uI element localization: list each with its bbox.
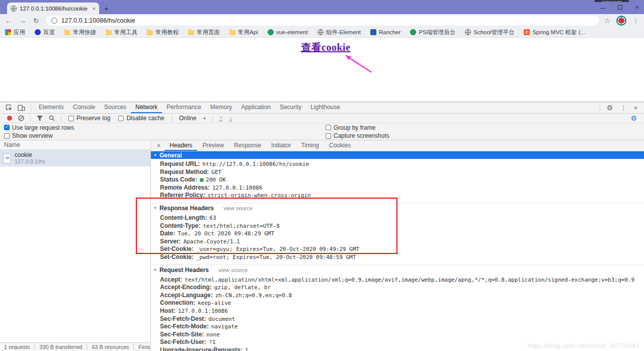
header-value: 63 [209, 215, 216, 221]
devtools-tab-security[interactable]: Security [275, 102, 306, 113]
minimize-button[interactable] [600, 8, 605, 9]
devtools-tab-sources[interactable]: Sources [100, 102, 131, 113]
view-cookie-link[interactable]: 查看cookie [301, 41, 350, 54]
bookmark-item[interactable]: School管理平台 [465, 29, 514, 36]
header-name: Accept: [160, 276, 182, 283]
browser-menu-icon[interactable]: ⋮ [632, 17, 639, 25]
throttling-select[interactable]: Online ▾ [179, 115, 206, 122]
use-large-rows-checkbox[interactable]: Use large request rows [4, 124, 74, 131]
checkbox-unchecked[interactable] [326, 125, 331, 130]
network-conditions-gear-icon[interactable]: ⚙ [630, 115, 637, 122]
filter-icon[interactable] [37, 116, 43, 121]
detail-tab-headers[interactable]: Headers [165, 140, 197, 151]
bookmark-icon [188, 30, 194, 35]
checkbox-unchecked[interactable] [326, 133, 331, 139]
window-close-button[interactable]: × [635, 4, 639, 11]
export-har-icon[interactable]: ↓ [229, 115, 232, 122]
devtools-tab-memory[interactable]: Memory [206, 102, 236, 113]
disable-cache-checkbox[interactable]: Disable cache [118, 115, 164, 122]
header-name: Content-Length: [160, 214, 207, 221]
address-bar[interactable]: 127.0.0.1:10086/hs/cookie [46, 16, 599, 26]
bookmark-item[interactable]: Rancher [370, 29, 400, 35]
group-by-frame-checkbox[interactable]: Group by frame [326, 124, 375, 131]
show-overview-checkbox[interactable]: Show overview [4, 132, 53, 139]
detail-tab-preview[interactable]: Preview [197, 140, 229, 151]
search-icon[interactable] [49, 115, 55, 121]
view-source-link[interactable]: view source [223, 205, 253, 211]
device-toolbar-icon[interactable] [18, 105, 25, 111]
header-value: 127.0.0.1:10086 [178, 308, 228, 314]
view-source-link[interactable]: view source [218, 267, 248, 273]
forward-icon[interactable]: → [19, 17, 26, 24]
new-tab-button[interactable]: + [104, 4, 109, 13]
devtools-tab-network[interactable]: Network [131, 102, 162, 113]
url-text[interactable]: 127.0.0.1:10086/hs/cookie [61, 17, 135, 24]
bookmark-label: 组件-Element [326, 29, 361, 36]
bookmark-star-icon[interactable]: ☆ [604, 17, 610, 25]
request-headers-section-header[interactable]: ▼ Request Headers view source [151, 265, 644, 275]
devtools-tab-lighthouse[interactable]: Lighthouse [306, 102, 345, 113]
header-row: Status Code:200 OK [151, 176, 644, 184]
page-info-icon[interactable] [51, 18, 57, 24]
bookmark-item[interactable]: 常用教程 [147, 29, 179, 36]
devtools-tab-performance[interactable]: Performance [162, 102, 206, 113]
profile-avatar[interactable] [616, 16, 626, 26]
devtools-tab-elements[interactable]: Elements [34, 102, 68, 113]
checkbox-unchecked[interactable] [118, 116, 124, 121]
devtools-tab-application[interactable]: Application [236, 102, 275, 113]
general-section-header[interactable]: ▼ General [151, 151, 644, 159]
back-icon[interactable]: ← [5, 17, 12, 24]
devtools-tabbar-actions: ⚙ ⋮ × [597, 104, 641, 112]
summary-stat: 1 requests [4, 344, 30, 350]
maximize-button[interactable] [618, 5, 622, 10]
header-name: Server: [160, 238, 181, 245]
tab-close-icon[interactable]: × [93, 6, 96, 12]
bookmark-item[interactable]: 常用快捷 [64, 29, 96, 36]
reload-icon[interactable]: ↻ [33, 17, 39, 24]
header-value: ?1 [209, 339, 215, 345]
header-name: Upgrade-Insecure-Requests: [160, 346, 243, 351]
preserve-log-checkbox[interactable]: Preserve log [68, 115, 110, 122]
bookmark-item[interactable]: PS端管理后台 [410, 29, 455, 36]
triangle-down-icon: ▼ [153, 206, 157, 210]
devtools-panel: Elements Console Sources Network Perform… [0, 102, 644, 351]
import-har-icon[interactable]: ↑ [219, 115, 222, 122]
browser-tab[interactable]: 127.0.0.1:10086/hs/cookie × [7, 3, 99, 14]
document-icon-glyph: <> [5, 156, 9, 160]
detail-close-icon[interactable]: × [157, 142, 160, 149]
devtools-menu-icon[interactable]: ⋮ [620, 104, 626, 112]
bookmark-item[interactable]: 常用工具 [106, 29, 137, 36]
devtools-tab-console[interactable]: Console [68, 102, 100, 113]
bookmark-item[interactable]: Spring MVC 框架 (... [524, 29, 585, 36]
bookmark-item[interactable]: 应用 [5, 29, 25, 36]
bookmark-icon [35, 29, 41, 35]
request-row-cookie[interactable]: <> cookie 127.0.0.1/hs [0, 150, 150, 166]
bookmark-item[interactable]: 组件-Element [317, 29, 361, 36]
detail-tab-initiator[interactable]: Initiator [266, 140, 296, 151]
bookmark-item[interactable]: 常用Api [229, 29, 258, 36]
header-row: Set-Cookie:_pwd=root; Expires=Tue, 20-Oc… [151, 253, 644, 261]
bookmark-icon [268, 29, 274, 35]
clear-network-log-icon[interactable] [18, 115, 24, 121]
response-headers-section-header[interactable]: ▼ Response Headers view source [151, 203, 644, 213]
capture-screenshots-checkbox[interactable]: Capture screenshots [326, 132, 389, 139]
header-value: Apache-Coyote/1.1 [183, 238, 240, 245]
checkbox-checked[interactable] [4, 125, 10, 130]
record-network-log-button[interactable] [7, 116, 12, 121]
devtools-settings-gear-icon[interactable]: ⚙ [607, 104, 613, 111]
devtools-close-icon[interactable]: × [633, 104, 637, 112]
header-row: Host:127.0.0.1:10086 [151, 307, 644, 315]
inspect-element-icon[interactable] [6, 104, 13, 111]
checkbox-unchecked[interactable] [68, 116, 74, 121]
detail-tab-cookies[interactable]: Cookies [324, 140, 356, 151]
checkbox-unchecked[interactable] [4, 133, 10, 139]
detail-tab-response[interactable]: Response [229, 140, 266, 151]
header-name: Sec-Fetch-Mode: [160, 323, 209, 330]
bookmark-item[interactable]: vue-element [268, 29, 308, 35]
bookmark-item[interactable]: 百度 [35, 29, 55, 36]
bookmark-item[interactable]: 常用页面 [188, 29, 220, 36]
network-toolbar: Preserve log Disable cache Online ▾ ↑ ↓ … [0, 114, 644, 123]
name-column-header[interactable]: Name [0, 140, 150, 150]
window-titlebar: 127.0.0.1:10086/hs/cookie × + 2020/10/20… [0, 0, 644, 14]
detail-tab-timing[interactable]: Timing [296, 140, 324, 151]
